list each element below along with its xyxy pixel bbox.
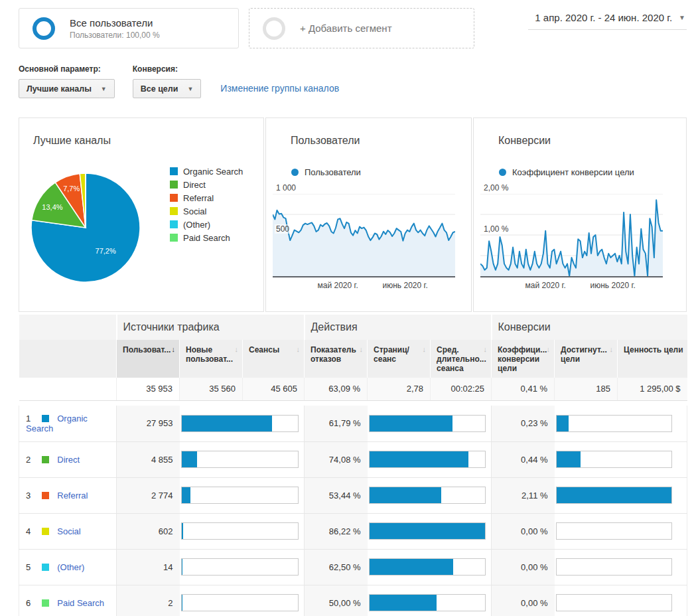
bounce-rate-value: 50,00 %: [305, 585, 368, 616]
channel-link[interactable]: Social: [57, 526, 80, 536]
group-acquisition: Источники трафика: [117, 315, 305, 340]
bounce-rate-bar: [369, 487, 486, 504]
pie-legend-item: Social: [170, 204, 243, 218]
total-conversion-rate: 0,41 %: [492, 378, 555, 400]
y-axis-label: 2,00 %: [482, 183, 510, 193]
users-value: 602: [117, 513, 180, 549]
segment-title: Все пользователи: [70, 17, 160, 29]
table-row: 2 Direct 4 855 74,08 % 0,44 %: [19, 441, 687, 477]
sort-icon: ↓: [547, 345, 551, 353]
conversion-rate-bar: [556, 558, 673, 576]
channel-link[interactable]: (Other): [57, 562, 84, 572]
bounce-rate-bar: [369, 522, 486, 540]
legend-swatch: [170, 167, 178, 175]
corner-cell: [19, 340, 117, 378]
y-axis-label: 500: [275, 224, 291, 234]
x-axis-label: май 2020 г.: [525, 281, 566, 290]
y-axis-label: 1 000: [275, 183, 297, 193]
channel-color-swatch: [42, 599, 49, 607]
x-axis-label: май 2020 г.: [318, 281, 358, 290]
total-sessions: 45 605: [243, 378, 305, 400]
x-axis-label: июнь 2020 г.: [383, 281, 428, 290]
pie-legend-item: (Other): [170, 218, 243, 231]
conversion-dropdown[interactable]: Все цели ▼: [133, 79, 202, 98]
top-channels-card: Лучшие каналы 77,2%13,4%7,7% Organic Sea…: [19, 117, 264, 312]
users-value: 4 855: [117, 441, 180, 477]
col-conversion-rate[interactable]: Коэффици... конверсии цели↓: [492, 340, 555, 378]
total-pages-session: 2,78: [368, 378, 431, 400]
users-chart-title: Пользователи: [291, 135, 360, 147]
legend-swatch: [170, 194, 178, 202]
row-rank: 3: [26, 491, 38, 501]
series-dot-icon: [291, 169, 299, 176]
users-value: 2 774: [117, 477, 180, 513]
group-conversions: Конверсии: [492, 315, 687, 340]
total-goal-completions: 185: [555, 378, 618, 400]
svg-text:77,2%: 77,2%: [96, 247, 116, 255]
y-axis-label: 1,00 %: [482, 224, 510, 234]
bounce-rate-bar: [369, 451, 486, 468]
conversion-rate-value: 0,00 %: [492, 549, 555, 585]
segment-bar: Все пользователи Пользователи: 100,00 % …: [19, 8, 687, 48]
channel-color-swatch: [42, 415, 49, 422]
pie-legend-item: Organic Search: [170, 165, 243, 178]
col-users[interactable]: Пользоват...↓: [117, 340, 180, 378]
add-segment-button[interactable]: + Добавить сегмент: [249, 8, 474, 48]
conversions-chart-legend: Коэффициент конверсии цели: [499, 167, 634, 177]
channel-link[interactable]: Paid Search: [57, 598, 104, 608]
svg-text:7,7%: 7,7%: [63, 185, 80, 193]
table-row: 3 Referral 2 774 53,44 % 2,11 %: [19, 477, 687, 513]
legend-swatch: [170, 207, 178, 215]
col-new-users[interactable]: Новые пользоват...↓: [180, 340, 243, 378]
col-sessions[interactable]: Сеансы↓: [243, 340, 305, 378]
sort-desc-icon: ↓: [172, 345, 176, 353]
col-bounce-rate[interactable]: Показатель отказов↓: [305, 340, 368, 378]
sort-icon: ↓: [610, 345, 614, 353]
channel-link[interactable]: Direct: [57, 455, 80, 465]
conversion-rate-bar: [556, 522, 673, 540]
col-goal-value[interactable]: Ценность цели↓: [618, 340, 687, 378]
pie-chart-title: Лучшие каналы: [33, 135, 111, 147]
svg-text:13,4%: 13,4%: [42, 203, 62, 211]
primary-dimension-label: Основной параметр:: [19, 64, 115, 74]
col-pages-session[interactable]: Страниц/сеанс↓: [368, 340, 431, 378]
corner-cell: [19, 315, 117, 340]
channels-pie-chart: 77,2%13,4%7,7%: [30, 172, 141, 285]
channel-link[interactable]: Referral: [57, 491, 88, 501]
channel-color-swatch: [42, 456, 49, 463]
col-goal-completions[interactable]: Достигнут... цели↓: [555, 340, 618, 378]
users-bar: [181, 415, 299, 432]
segment-card-all-users[interactable]: Все пользователи Пользователи: 100,00 %: [19, 8, 239, 48]
group-behavior: Действия: [305, 315, 492, 340]
row-rank: 6: [26, 598, 38, 608]
conversion-rate-value: 0,44 %: [492, 441, 555, 477]
conversion-label: Конверсия:: [133, 64, 202, 74]
conversion-rate-bar: [556, 415, 673, 432]
legend-swatch: [170, 234, 178, 242]
primary-dimension-dropdown[interactable]: Лучшие каналы ▼: [19, 79, 115, 98]
row-rank: 4: [26, 526, 38, 536]
bounce-rate-value: 61,79 %: [305, 406, 368, 441]
pie-legend: Organic Search Direct Referral Social (O…: [170, 165, 243, 244]
conversion-rate-value: 0,00 %: [492, 585, 555, 616]
edit-channel-grouping-link[interactable]: Изменение группы каналов: [220, 83, 339, 94]
channel-color-swatch: [42, 564, 49, 571]
bounce-rate-value: 74,08 %: [305, 441, 368, 477]
users-bar: [181, 594, 299, 611]
sort-icon: ↓: [423, 345, 427, 353]
total-bounce-rate: 63,09 %: [305, 378, 368, 400]
sort-icon: ↓: [679, 345, 683, 353]
channel-color-swatch: [42, 492, 49, 499]
legend-swatch: [170, 181, 178, 189]
conversions-line-chart: 1,00 %2,00 %май 2020 г.июнь 2020 г.: [480, 194, 663, 303]
pie-legend-item: Referral: [170, 191, 243, 204]
bounce-rate-value: 53,44 %: [305, 477, 368, 513]
users-bar: [181, 451, 299, 468]
date-range-selector[interactable]: 1 апр. 2020 г. - 24 июн. 2020 г. ▼: [528, 8, 687, 30]
chevron-down-icon: ▼: [101, 86, 107, 92]
report-controls: Основной параметр: Лучшие каналы ▼ Конве…: [19, 64, 687, 98]
total-new-users: 35 560: [180, 378, 243, 400]
col-avg-duration[interactable]: Сред. длительно... сеанса↓: [431, 340, 492, 378]
sort-icon: ↓: [235, 345, 239, 353]
table-row: 1 Organic Search 27 953 61,79 % 0,23 %: [19, 406, 687, 441]
